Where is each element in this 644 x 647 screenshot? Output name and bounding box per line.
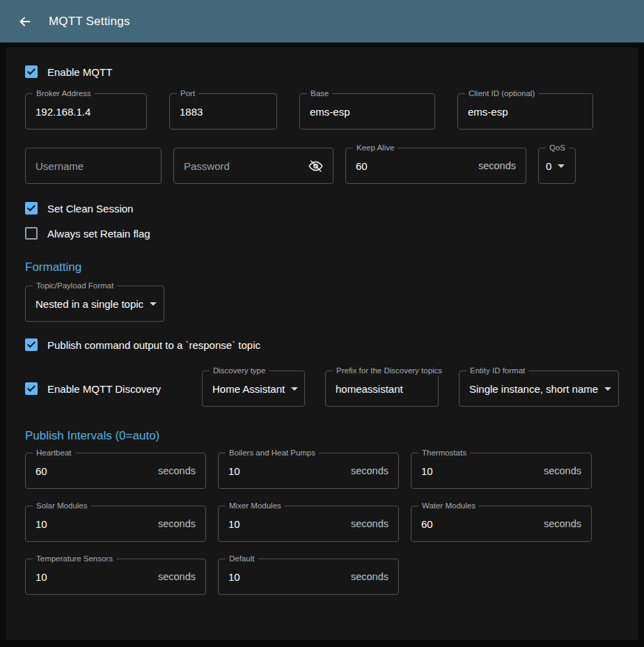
checkbox-label: Publish command output to a `response` t… (47, 339, 260, 351)
checkbox-icon[interactable] (25, 202, 38, 215)
field-value: 192.168.1.4 (36, 106, 91, 118)
field-value: Single instance, short name (469, 383, 598, 395)
field-value: 1883 (180, 106, 203, 118)
field-label: Temperature Sensors (33, 554, 116, 563)
field-label: Keep Alive (353, 143, 398, 153)
field-value: Nested in a single topic (36, 298, 143, 310)
field-suffix: seconds (544, 518, 581, 529)
clean-session-checkbox[interactable]: Set Clean Session (25, 202, 619, 215)
app-bar: MQTT Settings (0, 0, 644, 42)
chevron-down-icon (291, 387, 298, 391)
field-value: 10 (228, 571, 240, 583)
field-suffix: seconds (478, 160, 516, 171)
field-value: 10 (36, 518, 47, 530)
field-label: Default (226, 554, 258, 563)
enable-mqtt-checkbox[interactable]: Enable MQTT (25, 65, 619, 78)
client-id-field[interactable]: Client ID (optional) ems-esp (457, 93, 593, 130)
settings-panel: Enable MQTT Broker Address 192.168.1.4 P… (6, 47, 638, 640)
field-label: Client ID (optional) (465, 89, 538, 98)
field-value: 60 (356, 160, 368, 172)
field-label: Boilers and Heat Pumps (226, 449, 319, 458)
field-suffix: seconds (351, 465, 388, 476)
back-button[interactable] (11, 8, 39, 36)
field-value: 10 (36, 571, 47, 583)
field-value: 10 (228, 518, 240, 530)
chevron-down-icon (558, 164, 565, 168)
field-value: ems-esp (468, 106, 508, 118)
broker-address-field[interactable]: Broker Address 192.168.1.4 (25, 93, 147, 130)
topic-payload-format-select[interactable]: Topic/Payload Format Nested in a single … (25, 286, 164, 322)
temperature-sensors-interval-field[interactable]: Temperature Sensors 10 seconds (25, 559, 206, 595)
qos-select[interactable]: QoS 0 (538, 148, 576, 184)
field-value: 0 (546, 160, 551, 172)
publish-response-checkbox[interactable]: Publish command output to a `response` t… (25, 338, 619, 351)
field-label: Heartbeat (33, 449, 75, 458)
default-interval-field[interactable]: Default 10 seconds (218, 559, 399, 595)
checkbox-icon[interactable] (25, 227, 38, 240)
username-field[interactable]: Username (25, 148, 162, 184)
field-value: 60 (36, 465, 47, 477)
base-field[interactable]: Base ems-esp (299, 93, 435, 130)
visibility-off-icon[interactable] (308, 159, 323, 173)
field-label: Topic/Payload Format (33, 281, 117, 290)
field-label: Entity ID format (466, 366, 528, 375)
field-value: ems-esp (310, 106, 350, 118)
field-value: homeassistant (336, 383, 403, 395)
field-label: Base (307, 89, 332, 98)
field-label: Discovery type (210, 366, 269, 375)
field-value: 10 (228, 465, 240, 477)
chevron-down-icon (604, 387, 611, 391)
checkbox-label: Always set Retain flag (47, 228, 150, 240)
arrow-left-icon (17, 14, 33, 29)
field-label: Mixer Modules (226, 501, 285, 510)
enable-discovery-checkbox[interactable]: Enable MQTT Discovery (25, 382, 182, 395)
field-value: 60 (421, 518, 433, 530)
password-field[interactable]: Password (173, 148, 333, 184)
boilers-interval-field[interactable]: Boilers and Heat Pumps 10 seconds (218, 453, 399, 489)
field-suffix: seconds (158, 465, 196, 476)
port-field[interactable]: Port 1883 (169, 93, 277, 130)
publish-intervals-heading: Publish Intervals (0=auto) (25, 429, 619, 443)
field-label: Prefix for the Discovery topics (333, 366, 446, 375)
field-value: Home Assistant (212, 383, 285, 395)
water-interval-field[interactable]: Water Modules 60 seconds (411, 506, 592, 542)
solar-interval-field[interactable]: Solar Modules 10 seconds (25, 506, 206, 542)
keep-alive-field[interactable]: Keep Alive 60 seconds (345, 148, 526, 184)
publish-intervals-grid: Heartbeat 60 seconds Boilers and Heat Pu… (25, 453, 619, 595)
field-placeholder: Username (36, 160, 84, 172)
field-suffix: seconds (351, 571, 388, 582)
entity-id-format-select[interactable]: Entity ID format Single instance, short … (459, 371, 619, 407)
checkbox-label: Enable MQTT (47, 66, 112, 78)
field-label: Thermostats (418, 449, 470, 458)
field-suffix: seconds (351, 518, 388, 529)
discovery-prefix-field[interactable]: Prefix for the Discovery topics homeassi… (325, 371, 439, 407)
heartbeat-interval-field[interactable]: Heartbeat 60 seconds (25, 453, 206, 489)
mixer-interval-field[interactable]: Mixer Modules 10 seconds (218, 506, 399, 542)
retain-flag-checkbox[interactable]: Always set Retain flag (25, 227, 619, 240)
field-label: Port (177, 89, 198, 98)
field-label: Broker Address (33, 89, 95, 98)
discovery-type-select[interactable]: Discovery type Home Assistant (202, 371, 305, 407)
field-value: 10 (421, 465, 433, 477)
field-label: Water Modules (418, 501, 479, 510)
formatting-heading: Formatting (25, 260, 619, 274)
checkbox-label: Enable MQTT Discovery (47, 383, 161, 395)
field-suffix: seconds (158, 518, 196, 529)
checkbox-icon[interactable] (25, 338, 38, 351)
field-label: QoS (546, 143, 569, 153)
field-label: Solar Modules (33, 501, 91, 510)
checkbox-icon[interactable] (25, 65, 38, 78)
checkbox-icon[interactable] (25, 382, 38, 395)
field-placeholder: Password (184, 160, 230, 172)
checkbox-label: Set Clean Session (47, 203, 133, 215)
chevron-down-icon (150, 302, 157, 306)
page-title: MQTT Settings (49, 15, 130, 29)
thermostats-interval-field[interactable]: Thermostats 10 seconds (411, 453, 592, 489)
field-suffix: seconds (158, 571, 196, 582)
field-suffix: seconds (544, 465, 581, 476)
